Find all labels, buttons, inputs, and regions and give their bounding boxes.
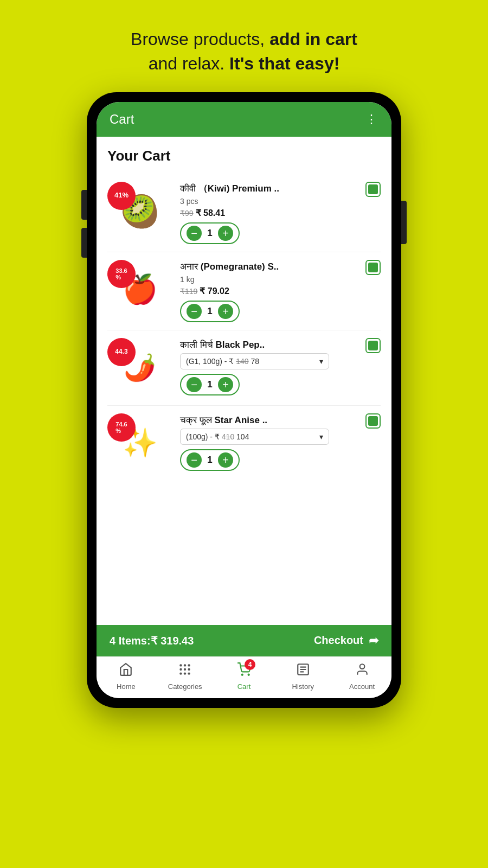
item-check-inner (368, 341, 378, 350)
item-checkbox[interactable] (365, 338, 381, 353)
app-header: Cart ⋮ (97, 102, 391, 137)
more-options-button[interactable]: ⋮ (365, 112, 378, 126)
item-image-wrap: 41% 🥝 (107, 182, 172, 241)
quantity-selector: − 1 + (180, 449, 240, 471)
item-info: कीवी （Kiwi) Premium .. 3 pcs ₹99₹ 58.41 … (172, 182, 381, 244)
svg-point-6 (179, 672, 182, 674)
nav-item-history[interactable]: History (281, 662, 325, 691)
svg-point-8 (188, 672, 190, 674)
item-qty-label: 1 kg (180, 275, 381, 284)
item-name: अनार (Pomegranate) S.. (180, 261, 381, 273)
item-name: कीवी （Kiwi) Premium .. (180, 183, 381, 195)
quantity-selector: − 1 + (180, 301, 240, 322)
quantity-selector: − 1 + (180, 374, 240, 395)
increase-button[interactable]: + (218, 304, 233, 319)
dropdown-arrow-icon: ▾ (319, 357, 323, 366)
phone-screen: Cart ⋮ Your Cart 41% 🥝 कीवी （Kiwi) Premi… (97, 102, 391, 698)
svg-point-5 (188, 668, 190, 670)
bottom-nav: Home Categories 4 Cart History (97, 656, 391, 698)
cart-content: Your Cart 41% 🥝 कीवी （Kiwi) Premium .. 3… (97, 137, 391, 625)
quantity-selector: − 1 + (180, 222, 240, 244)
svg-point-7 (184, 672, 186, 674)
items-count: 4 Items: (110, 635, 151, 647)
vol-button-1 (81, 190, 87, 220)
decrease-button[interactable]: − (187, 304, 202, 319)
decrease-button[interactable]: − (187, 377, 202, 392)
increase-button[interactable]: + (218, 452, 233, 468)
cart-item: 74.6% ✨ चक्र फूल Star Anise .. (100g) - … (107, 406, 381, 481)
history-label: History (292, 682, 314, 691)
cart-item: 41% 🥝 कीवी （Kiwi) Premium .. 3 pcs ₹99₹ … (107, 174, 381, 252)
vol-button-2 (81, 228, 87, 258)
variant-dropdown[interactable]: (G1, 100g) - ₹ 140 78 ▾ (180, 353, 329, 369)
decrease-button[interactable]: − (187, 226, 202, 241)
item-image-wrap: 44.3 🌶️ (107, 338, 172, 398)
categories-icon (178, 662, 192, 680)
svg-point-10 (248, 674, 249, 675)
variant-label: (100g) - ₹ 410 104 (186, 432, 249, 441)
svg-point-15 (359, 664, 364, 669)
total-price: ₹ 319.43 (151, 635, 194, 647)
variant-label: (G1, 100g) - ₹ 140 78 (186, 357, 259, 366)
variant-dropdown[interactable]: (100g) - ₹ 410 104 ▾ (180, 429, 329, 445)
item-checkbox[interactable] (365, 413, 381, 429)
discount-badge: 33.6% (107, 260, 136, 288)
increase-button[interactable]: + (218, 377, 233, 392)
nav-item-categories[interactable]: Categories (163, 662, 207, 691)
item-image-wrap: 74.6% ✨ (107, 413, 172, 473)
svg-point-2 (188, 664, 190, 666)
increase-button[interactable]: + (218, 226, 233, 241)
account-label: Account (349, 682, 375, 691)
item-check-inner (368, 184, 378, 194)
cart-icon: 4 (237, 662, 251, 680)
home-label: Home (117, 682, 136, 691)
nav-item-account[interactable]: Account (341, 662, 384, 691)
checkout-bar: 4 Items:₹ 319.43 Checkout ➦ (97, 625, 391, 656)
account-icon (355, 662, 369, 680)
cart-badge: 4 (245, 659, 255, 670)
categories-label: Categories (168, 682, 202, 691)
quantity-value: 1 (207, 379, 212, 390)
item-checkbox[interactable] (365, 260, 381, 275)
checkout-label: Checkout (314, 634, 363, 647)
checkout-total: 4 Items:₹ 319.43 (110, 634, 194, 647)
discount-badge: 44.3 (107, 338, 136, 366)
svg-point-0 (179, 664, 182, 666)
history-icon (296, 662, 310, 680)
nav-item-cart[interactable]: 4 Cart (222, 662, 266, 691)
app-title: Cart (110, 112, 134, 127)
svg-point-4 (184, 668, 186, 670)
phone-shell: Cart ⋮ Your Cart 41% 🥝 कीवी （Kiwi) Premi… (87, 92, 401, 708)
item-info: चक्र फूल Star Anise .. (100g) - ₹ 410 10… (172, 413, 381, 471)
item-checkbox[interactable] (365, 182, 381, 197)
quantity-value: 1 (207, 306, 212, 317)
cart-item: 33.6% 🍎 अनार (Pomegranate) S.. 1 kg ₹119… (107, 252, 381, 330)
item-name: चक्र फूल Star Anise .. (180, 414, 381, 426)
tagline: Browse products, add in cart and relax. … (0, 0, 488, 92)
item-qty-label: 3 pcs (180, 197, 381, 206)
nav-item-home[interactable]: Home (104, 662, 147, 691)
item-info: अनार (Pomegranate) S.. 1 kg ₹119₹ 79.02 … (172, 260, 381, 322)
cart-label: Cart (237, 682, 251, 691)
quantity-value: 1 (207, 455, 212, 465)
item-check-inner (368, 416, 378, 426)
checkout-button[interactable]: Checkout ➦ (314, 634, 378, 648)
item-price: ₹119₹ 79.02 (180, 286, 381, 296)
dropdown-arrow-icon: ▾ (319, 432, 323, 441)
cart-item: 44.3 🌶️ काली मिर्च Black Pep.. (G1, 100g… (107, 330, 381, 406)
item-price: ₹99₹ 58.41 (180, 208, 381, 218)
item-check-inner (368, 263, 378, 272)
discount-badge: 41% (107, 182, 136, 210)
discount-badge: 74.6% (107, 413, 136, 442)
checkout-arrow-icon: ➦ (369, 634, 378, 648)
item-name: काली मिर्च Black Pep.. (180, 339, 381, 351)
decrease-button[interactable]: − (187, 452, 202, 468)
home-icon (119, 662, 133, 680)
cart-section-title: Your Cart (107, 148, 381, 164)
svg-point-3 (179, 668, 182, 670)
item-image-wrap: 33.6% 🍎 (107, 260, 172, 320)
quantity-value: 1 (207, 228, 212, 239)
item-info: काली मिर्च Black Pep.. (G1, 100g) - ₹ 14… (172, 338, 381, 395)
svg-point-9 (242, 674, 243, 675)
power-button (401, 201, 407, 244)
